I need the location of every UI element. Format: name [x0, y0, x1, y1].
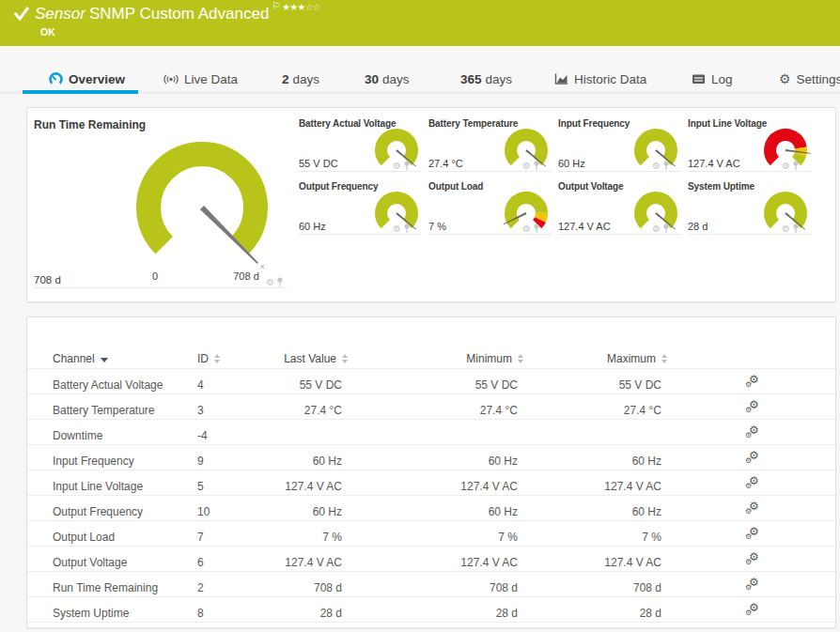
tab-historic-data[interactable]: Historic Data — [554, 69, 646, 88]
pin-icon[interactable] — [403, 224, 411, 234]
tab-30-days[interactable]: 30days — [365, 69, 410, 88]
sensor-overview-page: SensorSNMP Custom Advanced ⚐ ★★★☆☆ OK Ov… — [0, 0, 840, 632]
column-header-id[interactable]: ID — [197, 348, 220, 369]
table-row[interactable]: Battery Temperature327.4 °C27.4 °C27.4 °… — [27, 394, 835, 420]
cell-id: 10 — [197, 496, 210, 520]
channel-settings-button[interactable]: ⚙⚙ — [743, 572, 764, 596]
channel-settings-button[interactable]: ⚙⚙ — [743, 420, 764, 444]
channel-settings-button[interactable]: ⚙⚙ — [743, 394, 764, 419]
cell-minimum: 127.4 V AC — [405, 547, 518, 571]
channel-table-panel: Channel ID Last Value Minimum Maximum Ba… — [26, 316, 836, 628]
tab-overview[interactable]: Overview — [49, 69, 125, 88]
pin-icon[interactable] — [533, 161, 540, 171]
cell-minimum: 708 d — [405, 572, 518, 596]
star-filled-icon: ★ — [282, 2, 289, 12]
pin-icon[interactable] — [662, 161, 670, 171]
gauge-settings-icon[interactable]: ⚙ — [652, 162, 661, 171]
pin-icon[interactable] — [533, 224, 540, 234]
column-header-channel-label: Channel — [53, 348, 95, 369]
gauge-tile-output-load: Output Load7 %⚙ — [428, 177, 552, 235]
column-header-maximum[interactable]: Maximum — [549, 348, 667, 369]
cell-maximum: 60 Hz — [549, 496, 661, 520]
gauge-tile-value: 7 % — [428, 221, 446, 232]
cell-maximum: 708 d — [549, 572, 661, 596]
flag-icon[interactable]: ⚐ — [272, 0, 281, 12]
channel-gears-icon: ⚙⚙ — [746, 575, 761, 592]
column-header-minimum[interactable]: Minimum — [405, 348, 523, 369]
channel-settings-button[interactable]: ⚙⚙ — [743, 445, 764, 470]
tab-settings[interactable]: ⚙ Settings — [779, 69, 840, 88]
column-header-minimum-label: Minimum — [466, 348, 512, 369]
gauge-tile-output-voltage: Output Voltage127.4 V AC⚙ — [558, 177, 681, 235]
table-row[interactable]: Input Frequency960 Hz60 Hz60 Hz⚙⚙ — [27, 445, 835, 470]
channel-gears-icon: ⚙⚙ — [746, 524, 761, 541]
table-row[interactable]: Output Load77 %7 %7 %⚙⚙ — [27, 521, 835, 547]
cell-id: 5 — [197, 470, 204, 495]
pin-icon[interactable] — [662, 224, 670, 234]
title-prefix: Sensor — [35, 5, 86, 23]
table-row[interactable]: Input Line Voltage5127.4 V AC127.4 V AC1… — [27, 470, 835, 496]
cell-minimum — [405, 420, 518, 444]
status-ok-check-icon — [13, 6, 30, 21]
big-gauge-divider — [34, 287, 287, 288]
channel-settings-button[interactable]: ⚙⚙ — [743, 597, 764, 622]
status-badge: OK — [40, 26, 55, 38]
cell-channel: Output Voltage — [53, 547, 127, 571]
pin-icon[interactable] — [792, 161, 800, 171]
tab-log[interactable]: Log — [692, 69, 733, 88]
log-icon — [692, 72, 706, 85]
tab-365-days-word: days — [486, 72, 513, 86]
tab-365-days-number: 365 — [460, 72, 482, 86]
tab-365-days[interactable]: 365days — [460, 69, 512, 88]
cell-id: 6 — [197, 547, 204, 571]
table-row[interactable]: Output Voltage6127.4 V AC127.4 V AC127.4… — [27, 547, 835, 572]
cell-id: -4 — [197, 420, 208, 444]
gauge-tile-title: Input Frequency — [558, 118, 630, 129]
gauge-icon — [49, 72, 63, 86]
gauge-tile-actions: ⚙ — [782, 224, 800, 234]
channel-gears-icon: ⚙⚙ — [746, 499, 761, 516]
cell-minimum: 127.4 V AC — [405, 470, 518, 495]
gauge-tile-output-frequency: Output Frequency60 Hz⚙ — [299, 177, 422, 235]
gauge-tile-title: Output Voltage — [558, 181, 624, 192]
channel-gears-icon: ⚙⚙ — [746, 473, 761, 490]
sort-icon — [518, 354, 523, 363]
tab-2-days[interactable]: 2days — [282, 69, 319, 88]
channel-settings-button[interactable]: ⚙⚙ — [743, 369, 764, 393]
svg-text:x: x — [260, 262, 264, 270]
table-row[interactable]: Downtime-4⚙⚙ — [27, 420, 835, 445]
gauge-settings-icon[interactable]: ⚙ — [522, 224, 531, 234]
gauge-settings-icon[interactable]: ⚙ — [393, 162, 401, 171]
channel-settings-button[interactable]: ⚙⚙ — [743, 547, 764, 571]
cell-maximum: 27.4 °C — [549, 394, 661, 419]
table-row[interactable]: System Uptime828 d28 d28 d⚙⚙ — [27, 597, 835, 623]
gauge-tile-actions: ⚙ — [652, 224, 670, 234]
gauge-settings-icon[interactable]: ⚙ — [522, 162, 531, 171]
tab-30-days-number: 30 — [365, 72, 379, 86]
channel-settings-button[interactable]: ⚙⚙ — [743, 496, 764, 520]
gauge-settings-icon[interactable]: ⚙ — [652, 224, 661, 234]
gauge-settings-icon[interactable]: ⚙ — [782, 162, 790, 171]
priority-stars[interactable]: ★★★☆☆ — [282, 2, 320, 12]
column-header-channel[interactable]: Channel — [53, 348, 108, 369]
channel-settings-button[interactable]: ⚙⚙ — [743, 470, 764, 495]
gauge-settings-icon[interactable]: ⚙ — [393, 224, 401, 234]
table-row[interactable]: Battery Actual Voltage455 V DC55 V DC55 … — [27, 369, 835, 394]
pin-icon[interactable] — [403, 161, 411, 171]
column-header-last-value[interactable]: Last Value — [229, 348, 348, 369]
gauge-settings-icon[interactable]: ⚙ — [266, 278, 274, 287]
channel-settings-button[interactable]: ⚙⚙ — [743, 521, 764, 546]
cell-last-value — [229, 420, 342, 444]
table-row[interactable]: Run Time Remaining2708 d708 d708 d⚙⚙ — [27, 572, 835, 597]
sensor-name: SNMP Custom Advanced — [89, 5, 270, 23]
tab-live-data[interactable]: Live Data — [163, 69, 238, 88]
table-row[interactable]: Output Frequency1060 Hz60 Hz60 Hz⚙⚙ — [27, 496, 835, 521]
cell-channel: Output Frequency — [53, 496, 143, 520]
gauge-settings-icon[interactable]: ⚙ — [782, 224, 790, 234]
pin-icon[interactable] — [276, 277, 284, 287]
gauge-tile-input-frequency: Input Frequency60 Hz⚙ — [558, 115, 681, 172]
cell-last-value: 27.4 °C — [229, 394, 342, 419]
pin-icon[interactable] — [792, 224, 800, 234]
gauge-tile-value: 28 d — [688, 221, 708, 232]
cell-last-value: 127.4 V AC — [229, 547, 342, 571]
